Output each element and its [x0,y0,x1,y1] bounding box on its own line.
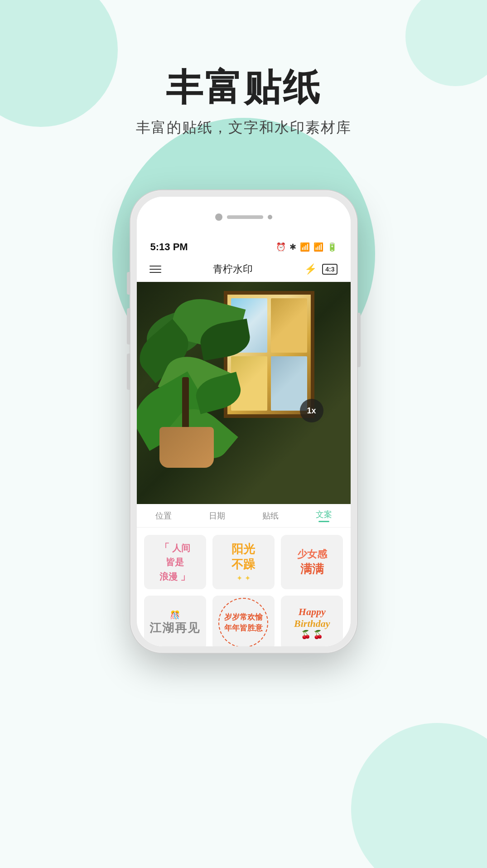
sticker-item-4[interactable]: 🎊 江湖再见 [144,596,206,646]
phone-button-volume-up [127,308,130,344]
menu-line-2 [149,269,161,270]
phone-screen: 5:13 PM ⏰ ✱ 📶 📶 🔋 青柠水印 ⚡ [137,197,351,646]
lightning-button[interactable]: ⚡ [304,263,317,275]
hero-title: 丰富贴纸 [0,67,487,108]
sticker-item-1[interactable]: 人间皆是浪漫 [144,535,206,589]
app-topbar-actions: ⚡ 4:3 [304,263,338,275]
sticker-item-6[interactable]: Happy Birthday 🍒 🍒 [281,596,343,646]
phone-front-camera [215,213,222,221]
menu-line-3 [149,272,161,273]
hero-section: 丰富贴纸 丰富的贴纸，文字和水印素材库 [0,67,487,138]
phone-mockup: 5:13 PM ⏰ ✱ 📶 📶 🔋 青柠水印 ⚡ [130,190,357,653]
wifi-icon: 📶 [300,242,310,252]
status-time: 5:13 PM [150,241,188,253]
sticker-item-3[interactable]: 少女感 满满 [281,535,343,589]
sticker-grid: 人间皆是浪漫 阳光 不躁 ✦ ✦ 少女感 满满 [137,528,351,646]
tab-location[interactable]: 位置 [148,507,179,525]
sticker-item-5[interactable]: 岁岁常欢愉 年年皆胜意 [212,596,275,646]
sticker-text-4: 🎊 江湖再见 [145,606,205,640]
menu-line-1 [149,266,161,267]
phone-speaker [227,215,263,219]
plant-pot [159,427,214,468]
zoom-badge[interactable]: 1x [300,399,323,422]
tab-date[interactable]: 日期 [202,507,232,525]
phone-camera-area [215,213,272,221]
birthday-text: Birthday [294,618,330,630]
menu-button[interactable] [149,266,161,273]
window-pane-4 [271,356,307,411]
sticker-text-5: 岁岁常欢愉 年年皆胜意 [214,596,273,646]
phone-button-power [357,313,361,367]
sticker-text-1: 人间皆是浪漫 [155,536,195,588]
signal-icon: 📶 [313,242,323,252]
tab-bar: 位置 日期 贴纸 文案 [137,504,351,528]
phone-top-hardware [137,197,351,238]
cherry-decoration: 🍒 🍒 [301,630,323,639]
phone-outer-frame: 5:13 PM ⏰ ✱ 📶 📶 🔋 青柠水印 ⚡ [130,190,357,653]
phone-button-volume-down [127,354,130,390]
window-pane-2 [271,298,307,353]
photo-area: 1x [137,282,351,504]
hero-subtitle: 丰富的贴纸，文字和水印素材库 [0,118,487,138]
sticker-text-6: Happy Birthday 🍒 🍒 [289,601,334,644]
status-bar: 5:13 PM ⏰ ✱ 📶 📶 🔋 [137,238,351,257]
tab-sticker[interactable]: 贴纸 [255,507,286,525]
tab-active-indicator [318,521,329,522]
ratio-badge[interactable]: 4:3 [322,264,338,275]
photo-background: 1x [137,282,351,504]
sticker-item-2[interactable]: 阳光 不躁 ✦ ✦ [212,535,275,589]
bluetooth-icon: ✱ [289,242,296,252]
app-title: 青柠水印 [213,262,253,276]
alarm-icon: ⏰ [276,242,286,252]
battery-icon: 🔋 [327,242,337,252]
status-icons: ⏰ ✱ 📶 📶 🔋 [276,242,337,252]
phone-button-mute [127,272,130,295]
phone-sensor [268,215,272,219]
sticker-text-3: 少女感 满满 [293,543,332,582]
bg-decoration-bottom-right [351,723,487,868]
happy-text: Happy [294,606,330,618]
plant-leaves [137,296,264,468]
app-topbar: 青柠水印 ⚡ 4:3 [137,257,351,282]
tab-copywriting[interactable]: 文案 [309,505,339,526]
sticker-text-2: 阳光 不躁 ✦ ✦ [227,537,260,587]
